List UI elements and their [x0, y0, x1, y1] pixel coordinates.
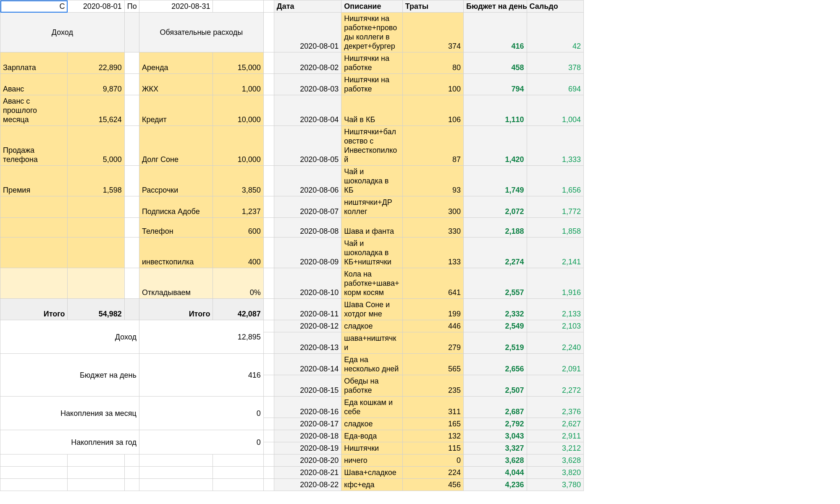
- log-desc[interactable]: Ништячки+баловство с Инвесткопилкой: [341, 126, 402, 166]
- gap[interactable]: [263, 320, 274, 332]
- log-balance[interactable]: 378: [527, 52, 583, 74]
- blank[interactable]: [124, 52, 139, 74]
- blank[interactable]: [0, 479, 68, 491]
- log-budget[interactable]: 3,628: [464, 454, 527, 467]
- income-total-label[interactable]: Итого: [0, 299, 68, 320]
- blank[interactable]: [124, 218, 139, 238]
- gap[interactable]: [263, 454, 274, 467]
- log-spend[interactable]: 80: [402, 52, 463, 74]
- mandatory-total-label[interactable]: Итого: [139, 299, 213, 320]
- summary-value[interactable]: 12,895: [139, 320, 263, 354]
- gap[interactable]: [263, 467, 274, 479]
- log-balance[interactable]: 1,858: [527, 218, 583, 238]
- income-label[interactable]: [0, 268, 68, 299]
- hdr-spend[interactable]: Траты: [402, 0, 463, 13]
- summary-label[interactable]: Доход: [0, 320, 139, 354]
- log-date[interactable]: 2020-08-05: [274, 126, 341, 166]
- log-budget[interactable]: 2,072: [464, 196, 527, 218]
- income-label[interactable]: Зарплата: [0, 52, 68, 74]
- log-date[interactable]: 2020-08-14: [274, 354, 341, 375]
- log-balance[interactable]: 2,376: [527, 397, 583, 418]
- log-budget[interactable]: 2,549: [464, 320, 527, 332]
- period-from-label[interactable]: С: [0, 0, 68, 13]
- log-date[interactable]: 2020-08-03: [274, 74, 341, 95]
- blank[interactable]: [68, 454, 124, 467]
- log-balance[interactable]: 2,133: [527, 299, 583, 320]
- log-desc[interactable]: Чай и шоколадка в КБ+ништячки: [341, 238, 402, 268]
- log-budget[interactable]: 1,749: [464, 166, 527, 196]
- gap[interactable]: [263, 95, 274, 126]
- income-value[interactable]: [68, 218, 124, 238]
- log-spend[interactable]: 446: [402, 320, 463, 332]
- log-balance[interactable]: 2,272: [527, 375, 583, 397]
- log-budget[interactable]: 3,327: [464, 442, 527, 454]
- blank[interactable]: [213, 454, 263, 467]
- blank[interactable]: [213, 0, 263, 13]
- log-budget[interactable]: 2,332: [464, 299, 527, 320]
- log-desc[interactable]: Ништячки на работке+проводы коллеги в де…: [341, 13, 402, 52]
- log-spend[interactable]: 456: [402, 479, 463, 491]
- log-date[interactable]: 2020-08-01: [274, 13, 341, 52]
- hdr-balance[interactable]: Сальдо: [527, 0, 583, 13]
- log-desc[interactable]: Кола на работке+шава+корм косям: [341, 268, 402, 299]
- gap[interactable]: [263, 74, 274, 95]
- log-budget[interactable]: 2,188: [464, 218, 527, 238]
- log-budget[interactable]: 4,044: [464, 467, 527, 479]
- income-value[interactable]: [68, 268, 124, 299]
- gap[interactable]: [263, 375, 274, 397]
- mandatory-value[interactable]: 15,000: [213, 52, 263, 74]
- log-date[interactable]: 2020-08-20: [274, 454, 341, 467]
- summary-label[interactable]: Накопления за год: [0, 430, 139, 454]
- log-date[interactable]: 2020-08-21: [274, 467, 341, 479]
- log-spend[interactable]: 199: [402, 299, 463, 320]
- gap[interactable]: [263, 354, 274, 375]
- gap[interactable]: [263, 126, 274, 166]
- blank[interactable]: [68, 467, 124, 479]
- log-budget[interactable]: 2,507: [464, 375, 527, 397]
- gap[interactable]: [263, 166, 274, 196]
- blank[interactable]: [124, 479, 139, 491]
- log-date[interactable]: 2020-08-02: [274, 52, 341, 74]
- log-desc[interactable]: Чай и шоколадка в КБ: [341, 166, 402, 196]
- log-spend[interactable]: 133: [402, 238, 463, 268]
- log-balance[interactable]: 1,004: [527, 95, 583, 126]
- gap[interactable]: [263, 268, 274, 299]
- log-desc[interactable]: Шава и фанта: [341, 218, 402, 238]
- blank[interactable]: [0, 467, 68, 479]
- log-balance[interactable]: 694: [527, 74, 583, 95]
- log-balance[interactable]: 1,916: [527, 268, 583, 299]
- log-date[interactable]: 2020-08-11: [274, 299, 341, 320]
- gap[interactable]: [263, 196, 274, 218]
- hdr-date[interactable]: Дата: [274, 0, 341, 13]
- log-spend[interactable]: 235: [402, 375, 463, 397]
- period-to[interactable]: 2020-08-31: [139, 0, 213, 13]
- log-spend[interactable]: 87: [402, 126, 463, 166]
- income-value[interactable]: 1,598: [68, 166, 124, 196]
- log-spend[interactable]: 224: [402, 467, 463, 479]
- blank[interactable]: [124, 268, 139, 299]
- blank[interactable]: [124, 95, 139, 126]
- log-date[interactable]: 2020-08-08: [274, 218, 341, 238]
- log-desc[interactable]: Чай в КБ: [341, 95, 402, 126]
- income-value[interactable]: 5,000: [68, 126, 124, 166]
- blank[interactable]: [124, 196, 139, 218]
- log-balance[interactable]: 2,627: [527, 418, 583, 430]
- mandatory-value[interactable]: 0%: [213, 268, 263, 299]
- log-balance[interactable]: 3,780: [527, 479, 583, 491]
- blank[interactable]: [124, 126, 139, 166]
- mandatory-label[interactable]: ЖКХ: [139, 74, 213, 95]
- log-desc[interactable]: Шава+сладкое: [341, 467, 402, 479]
- income-total[interactable]: 54,982: [68, 299, 124, 320]
- income-value[interactable]: [68, 196, 124, 218]
- log-budget[interactable]: 794: [464, 74, 527, 95]
- income-value[interactable]: 9,870: [68, 74, 124, 95]
- log-date[interactable]: 2020-08-12: [274, 320, 341, 332]
- income-label[interactable]: [0, 196, 68, 218]
- log-balance[interactable]: 1,656: [527, 166, 583, 196]
- mandatory-value[interactable]: 1,000: [213, 74, 263, 95]
- log-date[interactable]: 2020-08-04: [274, 95, 341, 126]
- mandatory-label[interactable]: Кредит: [139, 95, 213, 126]
- blank[interactable]: [0, 454, 68, 467]
- log-budget[interactable]: 3,043: [464, 430, 527, 442]
- log-spend[interactable]: 641: [402, 268, 463, 299]
